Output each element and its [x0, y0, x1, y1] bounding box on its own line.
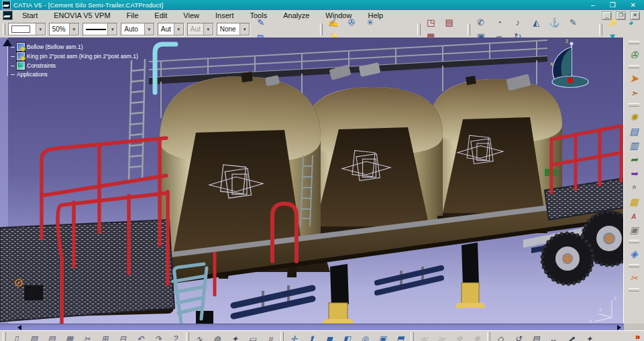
fit-all-icon[interactable]: ✛: [286, 332, 301, 341]
exit-workbench-icon[interactable]: ⬈: [564, 332, 579, 341]
swap-visible-icon[interactable]: ↔: [546, 332, 561, 341]
underride-guard-rear[interactable]: [377, 267, 441, 293]
isometric-view-icon[interactable]: ◇: [493, 332, 508, 341]
update-all-icon[interactable]: ↺: [511, 332, 525, 341]
library-icon[interactable]: ▤: [442, 15, 456, 29]
grid-icon[interactable]: ⌗: [263, 332, 278, 341]
graph-list-icon[interactable]: ▦: [627, 194, 641, 208]
underride-guard-front[interactable]: [233, 285, 313, 316]
line-weight-combo[interactable]: Auto ▾: [121, 23, 154, 36]
toolbar-grip[interactable]: [629, 103, 639, 107]
render-camera-icon[interactable]: ✇: [345, 15, 359, 29]
full-screen-icon[interactable]: ▭: [245, 332, 260, 341]
generate-numbering-icon[interactable]: ⁿ: [627, 180, 641, 194]
existing-component-icon[interactable]: ➦: [627, 152, 641, 166]
catalog-browser-icon[interactable]: ◳: [424, 15, 438, 29]
toolbar-grip[interactable]: [186, 332, 189, 341]
menu-view[interactable]: View: [175, 11, 207, 19]
save-icon[interactable]: ▤: [44, 332, 59, 341]
chevron-down-icon[interactable]: ▾: [69, 23, 78, 35]
point-symbol-combo[interactable]: Aut ▾: [158, 23, 184, 36]
toolbar-grip[interactable]: [3, 23, 5, 36]
measure-inertia-icon[interactable]: ♪: [511, 15, 525, 29]
toolbar-grip[interactable]: [629, 264, 639, 267]
compass[interactable]: z x: [550, 38, 588, 88]
clash-analysis-icon[interactable]: ✳: [363, 15, 377, 29]
replace-component-icon[interactable]: ➥: [627, 166, 641, 180]
copy-icon[interactable]: ⊞: [97, 332, 112, 341]
landing-leg-rear[interactable]: [455, 243, 486, 308]
graphic-painter-icon[interactable]: ✎: [254, 15, 268, 29]
manage-representations-icon[interactable]: ▣: [627, 222, 641, 236]
publish-icon[interactable]: ✍: [326, 15, 340, 29]
attach-icon[interactable]: ✎: [566, 15, 580, 29]
tree-node-kingpin[interactable]: King pin 2"post asm (King pin 2"post asm…: [11, 52, 138, 60]
scroll-left-arrow-icon[interactable]: [17, 325, 21, 330]
annotation-frame-icon[interactable]: ᴀ: [627, 208, 641, 222]
measure-between-icon[interactable]: ✆: [474, 15, 488, 29]
access-ladder-left[interactable]: [129, 59, 145, 181]
new-part-icon[interactable]: ▥: [627, 138, 641, 152]
anchor-icon[interactable]: ⚓: [547, 15, 561, 29]
fill-color-combo[interactable]: ▾: [8, 23, 46, 36]
left-platform[interactable]: [0, 220, 174, 322]
toolbar-grip[interactable]: [599, 23, 602, 36]
chevron-down-icon[interactable]: ▾: [174, 23, 183, 35]
toolbar-grip[interactable]: [487, 332, 490, 341]
print-icon[interactable]: ▦: [62, 332, 76, 341]
measure-item-icon[interactable]: ◔: [492, 15, 506, 29]
toolbar-grip[interactable]: [320, 23, 323, 36]
tree-node-label[interactable]: Applications: [17, 71, 48, 78]
tree-node-bellow[interactable]: Bellow (Bellow asm.1): [11, 43, 83, 51]
fly-mode-icon[interactable]: ∿: [192, 332, 207, 341]
3d-viewport[interactable]: z x z x y Bellow (Bellow asm.1): [0, 38, 624, 324]
chevron-down-icon[interactable]: ▾: [107, 23, 117, 35]
accelerate-icon[interactable]: ✦: [227, 332, 242, 341]
toolbar-grip[interactable]: [411, 332, 414, 341]
chevron-down-icon[interactable]: ▾: [144, 23, 154, 35]
quick-constraint-icon[interactable]: ✂: [627, 271, 641, 285]
render-style-icon[interactable]: ✦: [582, 332, 596, 341]
fly-icon[interactable]: ◍: [210, 332, 225, 341]
scroll-right-arrow-icon[interactable]: [617, 325, 621, 330]
toolbar-grip[interactable]: [629, 288, 639, 291]
undo-icon[interactable]: ↶: [133, 332, 148, 341]
menu-edit[interactable]: Edit: [146, 11, 175, 19]
paste-icon[interactable]: ⊟: [115, 332, 130, 341]
line-type-combo[interactable]: ▾: [83, 23, 118, 36]
star-wand-icon[interactable]: ✨: [606, 15, 620, 29]
toolbar-grip[interactable]: [3, 332, 6, 341]
restore-button[interactable]: ❐: [610, 0, 616, 10]
apply-material-icon[interactable]: ◕: [624, 15, 638, 29]
zoom-in-icon[interactable]: ◧: [339, 332, 354, 341]
layer-combo[interactable]: None ▾: [217, 23, 250, 36]
annotation-icon[interactable]: ◭: [529, 15, 543, 29]
menu-insert[interactable]: Insert: [207, 11, 242, 19]
chevron-down-icon[interactable]: ▾: [239, 23, 249, 35]
whats-this-icon[interactable]: ?: [168, 332, 183, 341]
new-component-icon[interactable]: ▤: [627, 124, 641, 138]
close-button[interactable]: ✕: [631, 0, 636, 10]
cement-silo-trailer-model[interactable]: z x z x y: [0, 38, 624, 324]
tree-node-applications[interactable]: Applications: [11, 71, 48, 78]
pan-icon[interactable]: ⬆: [304, 332, 319, 341]
open-icon[interactable]: ▨: [26, 332, 41, 341]
tree-node-label[interactable]: Bellow (Bellow asm.1): [27, 44, 83, 50]
tree-node-label[interactable]: Constraints: [27, 62, 56, 69]
toolbar-overflow-chevron[interactable]: »: [635, 332, 640, 341]
database-icon[interactable]: ▤: [529, 332, 543, 341]
toolbar-grip[interactable]: [629, 65, 639, 68]
menu-analyze[interactable]: Analyze: [275, 11, 317, 19]
tree-node-constraints[interactable]: Constraints: [11, 62, 56, 70]
chevron-down-icon[interactable]: ▾: [36, 23, 45, 35]
assembly-feature-icon[interactable]: ◈: [627, 247, 641, 261]
gears-tools-icon[interactable]: ✇: [627, 48, 641, 62]
normal-view-icon[interactable]: ▣: [375, 332, 390, 341]
toolbar-grip[interactable]: [280, 332, 284, 341]
menu-start[interactable]: Start: [18, 11, 46, 19]
multi-instantiate-icon[interactable]: ✺: [627, 110, 641, 124]
redo-icon[interactable]: ↷: [151, 332, 166, 341]
toolbar-grip[interactable]: [417, 23, 420, 36]
smart-select-icon[interactable]: ➣: [627, 86, 641, 100]
toolbar-grip[interactable]: [629, 41, 639, 44]
